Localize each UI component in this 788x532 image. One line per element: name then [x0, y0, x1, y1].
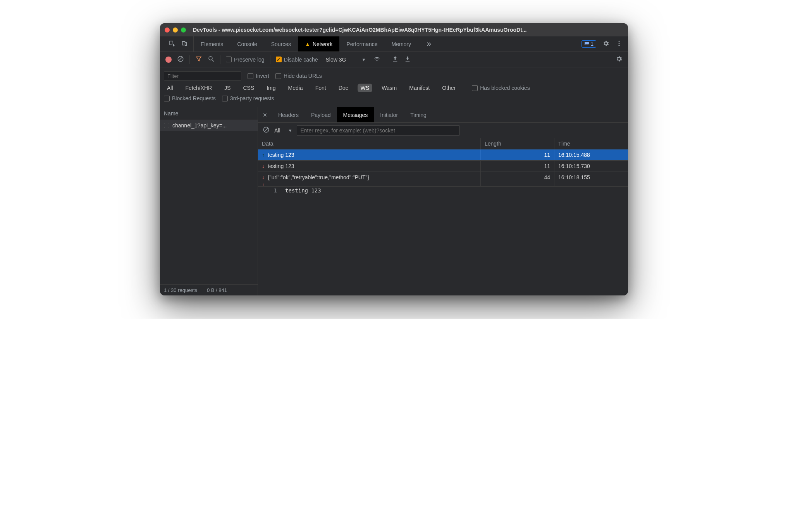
sent-arrow-icon: ↑ [262, 152, 265, 158]
type-ws[interactable]: WS [358, 84, 373, 92]
message-row[interactable]: ↓{"url":"ok","retryable":true,"method":"… [258, 172, 628, 183]
main-tab-strip: Elements Console Sources ▲ Network Perfo… [160, 36, 628, 52]
blocked-requests-checkbox[interactable]: Blocked Requests [164, 95, 216, 101]
tab-memory[interactable]: Memory [384, 36, 418, 51]
type-font[interactable]: Font [312, 84, 329, 92]
preview-content: testing 123 [281, 187, 321, 194]
download-har-icon[interactable] [404, 55, 411, 63]
tab-performance[interactable]: Performance [339, 36, 384, 51]
type-manifest[interactable]: Manifest [406, 84, 433, 92]
network-settings-icon[interactable] [616, 55, 623, 63]
clear-icon[interactable] [177, 55, 184, 63]
detail-tab-messages[interactable]: Messages [337, 107, 374, 122]
hide-data-urls-checkbox[interactable]: Hide data URLs [275, 73, 322, 79]
clear-messages-icon[interactable] [263, 126, 270, 134]
svg-point-2 [619, 45, 620, 46]
issues-badge[interactable]: 1 [582, 40, 596, 48]
more-options-icon[interactable] [616, 40, 623, 48]
detail-tab-initiator[interactable]: Initiator [374, 107, 404, 122]
throttling-dropdown[interactable]: Slow 3G▼ [323, 57, 368, 63]
tab-network[interactable]: ▲ Network [298, 36, 339, 51]
messages-toolbar: All▼ [258, 123, 628, 138]
message-direction-dropdown[interactable]: All▼ [274, 127, 292, 134]
warning-icon: ▲ [305, 41, 310, 47]
svg-line-6 [212, 60, 214, 62]
network-conditions-icon[interactable] [373, 55, 380, 63]
record-button[interactable] [165, 57, 172, 63]
minimize-window-button[interactable] [173, 27, 178, 33]
type-all[interactable]: All [164, 84, 176, 92]
zoom-window-button[interactable] [181, 27, 186, 33]
svg-point-0 [619, 41, 620, 42]
devtools-window: DevTools - www.piesocket.com/websocket-t… [160, 23, 628, 295]
name-column-header[interactable]: Name [160, 107, 258, 120]
close-detail-icon[interactable]: ✕ [258, 107, 272, 122]
received-arrow-icon: ↓ [262, 163, 265, 169]
received-arrow-icon: ↓ [262, 175, 265, 180]
detail-tab-timing[interactable]: Timing [404, 107, 433, 122]
inspect-element-icon[interactable] [169, 40, 175, 48]
request-name: channel_1?api_key=... [172, 122, 227, 129]
status-bar: 1 / 30 requests 0 B / 841 [160, 284, 258, 295]
preserve-log-checkbox[interactable]: Preserve log [226, 57, 265, 63]
svg-line-8 [265, 128, 268, 132]
message-row[interactable]: ↓testing 123 11 16:10:15.730 [258, 161, 628, 172]
filter-input[interactable] [164, 71, 241, 81]
main-tabs: Elements Console Sources ▲ Network Perfo… [194, 36, 439, 51]
transfer-size: 0 B / 841 [207, 287, 227, 293]
request-list: Name channel_1?api_key=... 1 / 30 reques… [160, 107, 258, 295]
message-row[interactable]: ↑testing 123 11 16:10:15.488 [258, 149, 628, 161]
issues-count: 1 [591, 41, 594, 47]
type-other[interactable]: Other [439, 84, 459, 92]
third-party-checkbox[interactable]: 3rd-party requests [222, 95, 274, 101]
filter-icon[interactable] [195, 55, 202, 63]
traffic-lights [165, 27, 186, 33]
messages-header-row: Data Length Time [258, 138, 628, 149]
type-css[interactable]: CSS [240, 84, 257, 92]
type-fetch-xhr[interactable]: Fetch/XHR [182, 84, 215, 92]
settings-icon[interactable] [602, 40, 609, 48]
detail-pane: ✕ Headers Payload Messages Initiator Tim… [258, 107, 628, 295]
svg-line-4 [179, 57, 182, 61]
filter-bar: Invert Hide data URLs All Fetch/XHR JS C… [160, 67, 628, 107]
search-icon[interactable] [208, 55, 215, 63]
message-row-cutoff: ↓ [258, 183, 628, 186]
detail-tab-strip: ✕ Headers Payload Messages Initiator Tim… [258, 107, 628, 123]
type-js[interactable]: JS [221, 84, 234, 92]
type-wasm[interactable]: Wasm [379, 84, 400, 92]
titlebar[interactable]: DevTools - www.piesocket.com/websocket-t… [160, 23, 628, 36]
request-row[interactable]: channel_1?api_key=... [160, 120, 258, 131]
message-filter-input[interactable] [297, 125, 459, 136]
requests-count: 1 / 30 requests [164, 287, 197, 293]
resource-type-filters: All Fetch/XHR JS CSS Img Media Font Doc … [164, 82, 624, 94]
received-arrow-icon: ↓ [262, 183, 265, 186]
data-column-header[interactable]: Data [258, 138, 481, 149]
svg-point-5 [209, 57, 212, 60]
close-window-button[interactable] [165, 27, 170, 33]
time-column-header[interactable]: Time [554, 138, 628, 149]
request-checkbox[interactable] [164, 123, 169, 128]
detail-tab-headers[interactable]: Headers [272, 107, 305, 122]
upload-har-icon[interactable] [392, 55, 399, 63]
type-doc[interactable]: Doc [336, 84, 351, 92]
network-toolbar: Preserve log Disable cache Slow 3G▼ [160, 52, 628, 67]
type-img[interactable]: Img [263, 84, 279, 92]
length-column-header[interactable]: Length [481, 138, 554, 149]
device-toolbar-icon[interactable] [181, 40, 188, 48]
svg-point-1 [619, 43, 620, 44]
disable-cache-checkbox[interactable]: Disable cache [276, 57, 318, 63]
tab-sources[interactable]: Sources [264, 36, 298, 51]
type-media[interactable]: Media [285, 84, 306, 92]
detail-tab-payload[interactable]: Payload [305, 107, 337, 122]
has-blocked-cookies-checkbox[interactable]: Has blocked cookies [472, 85, 530, 91]
tab-elements[interactable]: Elements [194, 36, 230, 51]
tab-console[interactable]: Console [230, 36, 264, 51]
messages-table: Data Length Time ↑testing 123 11 16:10:1… [258, 138, 628, 187]
window-title: DevTools - www.piesocket.com/websocket-t… [193, 27, 527, 33]
message-preview: 1 testing 123 [258, 187, 628, 295]
invert-checkbox[interactable]: Invert [248, 73, 269, 79]
tabs-overflow-button[interactable] [418, 36, 439, 51]
preview-line-number: 1 [258, 187, 281, 194]
